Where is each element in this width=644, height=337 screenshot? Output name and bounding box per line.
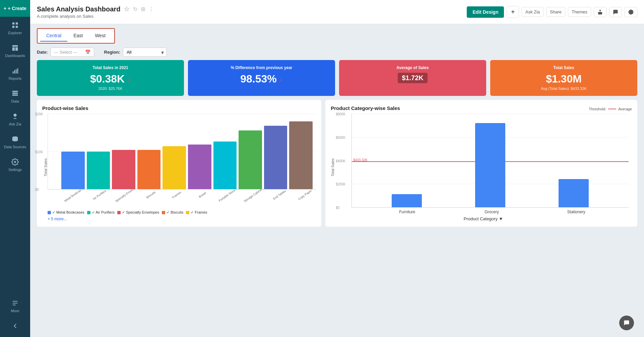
grid-line: $0	[352, 207, 629, 208]
tab-east[interactable]: East	[67, 30, 89, 42]
bars-container	[61, 114, 313, 189]
tabs-area: Central East West	[30, 24, 644, 44]
arrow-down-icon: ↓	[279, 75, 283, 83]
region-select[interactable]: All North South East West	[123, 48, 167, 57]
more-legend-link[interactable]: + 5 more...	[48, 217, 316, 221]
svg-rect-7	[13, 71, 14, 73]
chart-legend: ✓ Metal Bookcases ✓ Air Purifiers ✓ Spec…	[48, 210, 316, 215]
export-button[interactable]	[594, 7, 606, 17]
comment-button[interactable]	[609, 7, 622, 17]
more-options-icon[interactable]: ⋮	[148, 6, 154, 12]
sidebar-item-dashboards[interactable]: Dashboards	[0, 40, 30, 62]
bar-wrap	[239, 114, 262, 189]
bar-wrap	[289, 114, 313, 189]
legend-item: ✓ Frames	[186, 210, 207, 215]
bar-group-stationery	[538, 114, 608, 207]
legend-color	[117, 211, 121, 214]
tab-central[interactable]: Central	[40, 30, 67, 42]
zia-icon	[11, 113, 19, 120]
bar-stationery	[559, 179, 589, 207]
svg-rect-1	[16, 22, 18, 24]
arrow-down-icon: ↓	[127, 75, 131, 83]
y-axis-label: Total Sales	[42, 114, 48, 221]
svg-rect-13	[12, 95, 18, 96]
create-button[interactable]: + + Create	[0, 0, 30, 17]
sidebar-collapse-button[interactable]	[0, 318, 30, 334]
edit-design-button[interactable]: Edit Design	[467, 6, 504, 18]
chat-fab[interactable]	[619, 316, 634, 330]
reports-icon	[11, 67, 19, 74]
settings-button[interactable]	[625, 7, 637, 17]
legend-label: ✓ Biscuits	[167, 210, 183, 215]
svg-rect-5	[12, 47, 15, 51]
legend-label: ✓ Metal Bookcases	[52, 210, 84, 215]
star-icon[interactable]: ☆	[124, 5, 130, 13]
legend-item: ✓ Metal Bookcases	[48, 210, 84, 215]
svg-rect-8	[14, 70, 15, 73]
threshold-label: Threshold: Average	[589, 107, 632, 111]
sidebar: + + Create Explorer Dashboards Reports D…	[0, 0, 30, 337]
bar	[239, 130, 262, 189]
legend-label: ✓ Specialty Envelopes	[122, 210, 159, 215]
bar-chart-area: Total Sales $20K $10K $0	[42, 114, 316, 221]
filter-row: Date: --- Select --- 📅 Region: All North…	[30, 44, 644, 60]
sidebar-item-ask-zia[interactable]: Ask Zia	[0, 108, 30, 131]
average-label: Average	[618, 107, 632, 111]
date-placeholder: --- Select ---	[54, 50, 77, 55]
svg-rect-17	[13, 301, 18, 302]
svg-rect-11	[12, 91, 18, 92]
themes-button[interactable]: Themes	[568, 7, 591, 17]
date-picker[interactable]: --- Select --- 📅	[51, 48, 94, 57]
tab-west[interactable]: West	[89, 30, 112, 42]
bar-wrap	[87, 114, 110, 189]
bar-wrap	[213, 114, 237, 189]
region-filter-group: Region: All North South East West	[104, 48, 167, 57]
date-filter-label: Date:	[37, 50, 48, 55]
svg-rect-12	[12, 93, 18, 94]
x-cat-label-furniture: Furniture	[372, 210, 443, 214]
sidebar-item-label: Explorer	[8, 31, 22, 35]
right-chart-inner: $800K $600K $400K $200K	[335, 114, 632, 221]
dashboard-icon	[11, 44, 19, 52]
data-icon	[11, 90, 19, 97]
kpi-value: 98.53% ↓	[195, 73, 328, 85]
sidebar-item-explorer[interactable]: Explorer	[0, 17, 30, 40]
app-header: Sales Analysis Dashboard ☆ ↻ ⊞ ⋮ A compl…	[30, 0, 644, 24]
x-cat-label-stationery: Stationery	[541, 210, 612, 214]
kpi-title: Total Sales in 2021	[44, 65, 177, 70]
kpi-total-sales: Total Sales $1.30M Avg (Total Sales): $4…	[490, 60, 637, 96]
x-axis-title: Product Category ▼	[335, 216, 632, 221]
charts-row: Product-wise Sales Total Sales $20K $10K	[30, 100, 644, 227]
main-content: Sales Analysis Dashboard ☆ ↻ ⊞ ⋮ A compl…	[30, 0, 644, 337]
ask-zia-button[interactable]: Ask Zia	[522, 7, 543, 17]
share-button[interactable]: Share	[546, 7, 565, 17]
kpi-value: $0.38K ↓	[44, 73, 177, 85]
product-wise-chart: Product-wise Sales Total Sales $20K $10K	[37, 100, 321, 227]
bar-furniture	[392, 194, 422, 207]
sidebar-item-label: Data Sources	[4, 145, 26, 149]
svg-rect-9	[16, 69, 17, 73]
kpi-title: % Difference from previous year	[195, 65, 328, 70]
tab-container: Central East West	[37, 28, 115, 44]
sort-icon[interactable]: ▼	[499, 216, 503, 221]
svg-rect-10	[17, 68, 18, 74]
right-chart-grid: $800K $600K $400K $200K	[351, 114, 629, 208]
sidebar-item-label: More	[11, 309, 19, 313]
sidebar-item-data[interactable]: Data	[0, 85, 30, 108]
legend-item: ✓ Specialty Envelopes	[117, 210, 159, 215]
legend-item: ✓ Air Purifiers	[87, 210, 115, 215]
refresh-icon[interactable]: ↻	[133, 6, 137, 12]
add-button[interactable]: +	[507, 6, 519, 18]
kpi-total-sales-2021: Total Sales in 2021 $0.38K ↓ 2020: $25.7…	[37, 60, 184, 96]
bar-wrap	[112, 114, 135, 189]
sidebar-item-settings[interactable]: Settings	[0, 154, 30, 176]
more-icon	[11, 299, 19, 307]
save-icon[interactable]: ⊞	[141, 6, 145, 12]
sidebar-item-more[interactable]: More	[0, 295, 30, 318]
legend-label: ✓ Frames	[191, 210, 207, 215]
sidebar-item-data-sources[interactable]: Data Sources	[0, 131, 30, 154]
sidebar-item-reports[interactable]: Reports	[0, 62, 30, 85]
svg-rect-18	[13, 303, 18, 303]
gear-icon	[11, 158, 19, 166]
settings-icon	[628, 9, 634, 15]
